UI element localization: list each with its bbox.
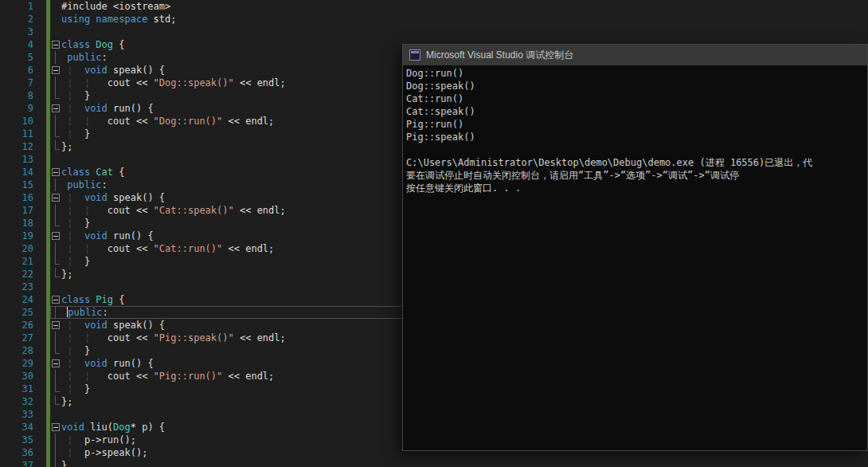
console-line: Cat::run() [406,92,867,105]
fold-margin [50,77,61,89]
line-number: 32 [0,395,33,408]
fold-collapse-icon[interactable] [50,357,61,370]
console-line: 要在调试停止时自动关闭控制台，请启用“工具”->“选项”->“调试”->“调试停 [406,169,867,182]
fold-collapse-icon[interactable] [50,191,61,204]
console-line: 按任意键关闭此窗口. . . [406,182,867,194]
line-number: 4 [0,38,33,51]
line-number: 17 [0,204,33,217]
fold-collapse-icon[interactable] [50,293,61,306]
line-number: 5 [0,51,33,64]
line-number: 25 [0,306,33,319]
line-number: 14 [0,166,33,179]
fold-margin [50,89,61,102]
line-number: 21 [0,255,33,268]
fold-margin [50,434,61,446]
line-number: 9 [0,102,33,115]
line-number: 3 [0,26,33,38]
line-number: 6 [0,64,33,77]
fold-margin [50,255,61,268]
line-number: 33 [0,408,33,421]
line-number: 7 [0,77,33,89]
fold-collapse-icon[interactable] [50,64,61,77]
fold-margin [50,370,61,383]
code-line[interactable]: 37} [0,459,868,467]
line-number: 27 [0,332,33,344]
fold-margin [50,268,61,281]
fold-margin [50,217,61,230]
console-title-bar[interactable]: Microsoft Visual Studio 调试控制台 [403,45,867,65]
code-line[interactable]: 1#include <iostream> [0,0,868,13]
code-text: using namespace std; [61,13,868,26]
fold-margin [50,242,61,255]
line-number: 22 [0,268,33,281]
line-number: 29 [0,357,33,370]
fold-collapse-icon[interactable] [50,166,61,179]
console-line: C:\Users\Administrator\Desktop\demo\Debu… [406,156,867,169]
fold-margin [50,179,61,191]
code-text [61,26,868,38]
console-line: Dog::run() [406,67,867,80]
fold-margin [50,153,61,166]
fold-collapse-icon[interactable] [50,421,61,434]
line-number: 13 [0,153,33,166]
fold-margin [50,140,61,153]
code-text: #include <iostream> [61,0,868,13]
fold-margin [50,408,61,421]
code-line[interactable]: 3 [0,26,868,38]
line-number: 1 [0,0,33,13]
fold-margin [50,51,61,64]
fold-collapse-icon[interactable] [50,102,61,115]
line-number: 11 [0,128,33,140]
fold-margin [50,115,61,128]
line-number: 24 [0,293,33,306]
console-line: Pig::run() [406,118,867,131]
fold-margin [50,446,61,459]
fold-margin [50,306,61,319]
line-number: 30 [0,370,33,383]
fold-margin [50,204,61,217]
console-icon [409,49,420,61]
fold-margin [50,332,61,344]
line-number: 20 [0,242,33,255]
line-number: 34 [0,421,33,434]
console-line: Cat::speak() [406,105,867,118]
console-line: Dog::speak() [406,80,867,92]
line-number: 10 [0,115,33,128]
fold-margin [50,395,61,408]
line-number: 28 [0,344,33,357]
fold-margin [50,383,61,395]
fold-collapse-icon[interactable] [50,319,61,332]
fold-margin [50,344,61,357]
console-line [406,143,867,156]
fold-margin [50,459,61,467]
line-number: 26 [0,319,33,332]
fold-margin [50,128,61,140]
line-number: 35 [0,434,33,446]
line-number: 16 [0,191,33,204]
line-number: 19 [0,230,33,242]
line-number: 23 [0,281,33,293]
line-number: 12 [0,140,33,153]
line-number: 2 [0,13,33,26]
debug-console-window: Microsoft Visual Studio 调试控制台 Dog::run()… [402,44,868,451]
console-title: Microsoft Visual Studio 调试控制台 [426,49,573,62]
fold-collapse-icon[interactable] [50,230,61,242]
fold-margin [50,13,61,26]
line-number: 37 [0,459,33,467]
line-number: 31 [0,383,33,395]
code-line[interactable]: 2using namespace std; [0,13,868,26]
line-number: 18 [0,217,33,230]
fold-margin [50,26,61,38]
code-text: } [61,459,868,467]
console-line: Pig::speak() [406,131,867,143]
line-number: 15 [0,179,33,191]
fold-collapse-icon[interactable] [50,38,61,51]
fold-margin [50,281,61,293]
fold-margin [50,0,61,13]
line-number: 8 [0,89,33,102]
console-output[interactable]: Dog::run()Dog::speak()Cat::run()Cat::spe… [403,65,867,450]
line-number: 36 [0,446,33,459]
